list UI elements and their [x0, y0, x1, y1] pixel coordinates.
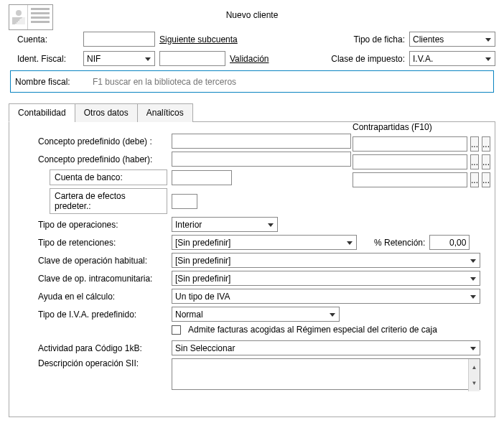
- concepto-debe-input[interactable]: [172, 134, 351, 149]
- scroll-down-icon[interactable]: ▼: [468, 376, 480, 392]
- actividad-1kb-label: Actividad para Código 1kB:: [38, 343, 167, 353]
- siguiente-subcuenta-link[interactable]: Siguiente subcuenta: [159, 34, 238, 45]
- tab-analiticos[interactable]: Analíticos: [137, 103, 193, 122]
- contrapartida-btn-3b[interactable]: ...: [482, 172, 490, 187]
- validacion-link[interactable]: Validación: [230, 54, 269, 64]
- contrapartida-input-1[interactable]: [353, 136, 467, 152]
- ident-fiscal-select[interactable]: NIF: [83, 51, 155, 66]
- nombre-fiscal-input[interactable]: [90, 74, 489, 89]
- tabs: Contabilidad Otros datos Analíticos: [9, 103, 495, 122]
- cartera-efectos-label[interactable]: Cartera de efectos predeter.:: [50, 188, 167, 214]
- tipo-ficha-label: Tipo de ficha:: [353, 34, 405, 45]
- cartera-efectos-input[interactable]: [172, 194, 197, 209]
- cuenta-input[interactable]: [83, 32, 155, 47]
- ayuda-calculo-label: Ayuda en el cálculo:: [38, 292, 167, 302]
- window-title: Nuevo cliente: [9, 6, 495, 32]
- ident-fiscal-label: Ident. Fiscal:: [17, 54, 79, 64]
- ident-fiscal-input[interactable]: [159, 51, 225, 66]
- admite-facturas-checkbox[interactable]: [172, 325, 181, 335]
- contrapartida-btn-2a[interactable]: ...: [470, 154, 479, 169]
- cuenta-banco-input[interactable]: [172, 170, 232, 185]
- pct-retencion-label: % Retención:: [374, 238, 425, 248]
- concepto-debe-label: Concepto predefinido (debe) :: [38, 136, 167, 146]
- scroll-up-icon[interactable]: ▲: [468, 359, 480, 376]
- contrapartida-input-3[interactable]: [353, 172, 467, 187]
- contrapartida-btn-3a[interactable]: ...: [470, 172, 479, 187]
- tab-otros-datos[interactable]: Otros datos: [75, 103, 138, 122]
- clave-habitual-label: Clave de operación habitual:: [38, 256, 167, 266]
- pct-retencion-input[interactable]: [429, 235, 470, 250]
- contrapartida-btn-1a[interactable]: ...: [470, 136, 479, 152]
- tipo-iva-select[interactable]: Normal: [172, 307, 340, 322]
- nombre-fiscal-label: Nombre fiscal:: [15, 77, 83, 87]
- concepto-haber-input[interactable]: [172, 152, 351, 167]
- tab-panel-contabilidad: Contrapartidas (F10) ... ... ... ... ...…: [9, 122, 495, 417]
- tab-contabilidad[interactable]: Contabilidad: [9, 103, 75, 122]
- ayuda-calculo-select[interactable]: Un tipo de IVA: [172, 289, 480, 304]
- tipo-iva-label: Tipo de I.V.A. predefinido:: [38, 310, 167, 320]
- tipo-retenciones-label: Tipo de retenciones:: [38, 238, 167, 248]
- actividad-1kb-select[interactable]: Sin Seleccionar: [172, 340, 480, 355]
- clase-impuesto-select[interactable]: I.V.A.: [409, 51, 495, 66]
- clase-impuesto-label: Clase de impuesto:: [331, 54, 405, 64]
- contrapartida-btn-2b[interactable]: ...: [482, 154, 490, 169]
- tipo-retenciones-select[interactable]: [Sin predefinir]: [172, 235, 357, 250]
- clave-intra-label: Clave de op. intracomunitaria:: [38, 274, 167, 284]
- tipo-operaciones-label: Tipo de operaciones:: [38, 220, 167, 230]
- admite-facturas-label: Admite facturas acogidas al Régimen espe…: [188, 325, 437, 335]
- descripcion-sii-label: Descripción operación SII:: [38, 358, 167, 368]
- clave-intra-select[interactable]: [Sin predefinir]: [172, 271, 480, 286]
- tipo-operaciones-select[interactable]: Interior: [172, 217, 278, 232]
- cuenta-label: Cuenta:: [17, 34, 79, 45]
- concepto-haber-label: Concepto predefinido (haber):: [38, 154, 167, 164]
- view-mode-icon[interactable]: [9, 4, 53, 30]
- clave-habitual-select[interactable]: [Sin predefinir]: [172, 253, 480, 268]
- contrapartidas-title: Contrapartidas (F10): [353, 122, 475, 132]
- cuenta-banco-label[interactable]: Cuenta de banco:: [50, 169, 167, 185]
- contrapartida-btn-1b[interactable]: ...: [482, 136, 490, 152]
- descripcion-sii-textarea[interactable]: [172, 358, 480, 390]
- nombre-fiscal-row: Nombre fiscal:: [10, 70, 494, 93]
- contrapartidas-panel: Contrapartidas (F10) ... ... ... ... ...…: [353, 122, 475, 190]
- tipo-ficha-select[interactable]: Clientes: [409, 32, 495, 47]
- contrapartida-input-2[interactable]: [353, 154, 467, 169]
